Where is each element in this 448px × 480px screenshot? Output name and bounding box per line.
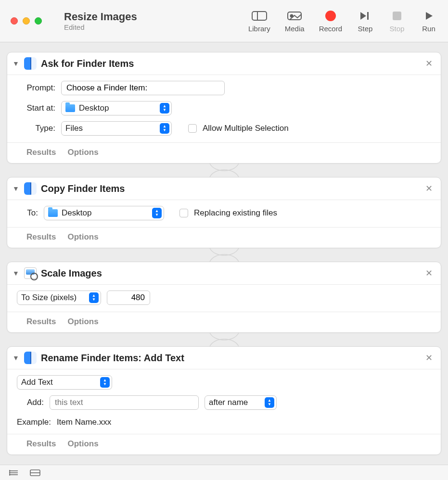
close-window-button[interactable] bbox=[11, 17, 18, 25]
replacing-label: Replacing existing files bbox=[194, 208, 277, 218]
media-icon bbox=[286, 9, 303, 23]
action-title: Rename Finder Items: Add Text bbox=[41, 353, 419, 364]
disclosure-triangle-icon[interactable]: ▼ bbox=[12, 60, 20, 67]
remove-action-button[interactable]: ✕ bbox=[423, 58, 434, 69]
allow-multiple-label: Allow Multiple Selection bbox=[203, 124, 289, 133]
connector bbox=[7, 164, 441, 177]
step-button[interactable]: Step bbox=[357, 9, 374, 33]
folder-icon bbox=[48, 209, 58, 217]
svg-marker-7 bbox=[426, 12, 433, 20]
svg-point-11 bbox=[9, 470, 10, 471]
select-stepper-icon bbox=[152, 208, 162, 218]
prompt-label: Prompt: bbox=[15, 83, 55, 93]
options-button[interactable]: Options bbox=[67, 317, 98, 327]
svg-rect-6 bbox=[393, 12, 401, 20]
results-button[interactable]: Results bbox=[26, 232, 56, 242]
options-button[interactable]: Options bbox=[67, 439, 98, 449]
to-label: To: bbox=[15, 208, 38, 218]
example-value: Item Name.xxx bbox=[57, 417, 111, 427]
prompt-input[interactable] bbox=[61, 81, 225, 95]
variables-view-button[interactable] bbox=[30, 469, 40, 477]
select-stepper-icon bbox=[160, 103, 169, 114]
window-controls bbox=[11, 17, 42, 25]
disclosure-triangle-icon[interactable]: ▼ bbox=[12, 354, 20, 362]
finder-icon bbox=[24, 57, 37, 70]
record-icon bbox=[322, 9, 339, 23]
options-button[interactable]: Options bbox=[67, 232, 98, 242]
svg-point-13 bbox=[9, 474, 10, 475]
record-button[interactable]: Record bbox=[319, 9, 342, 33]
remove-action-button[interactable]: ✕ bbox=[423, 353, 434, 363]
library-button[interactable]: Library bbox=[248, 9, 270, 33]
connector bbox=[7, 248, 441, 262]
svg-rect-0 bbox=[252, 12, 267, 20]
start-at-select[interactable]: Desktop bbox=[61, 101, 172, 115]
results-button[interactable]: Results bbox=[26, 148, 56, 157]
options-button[interactable]: Options bbox=[67, 148, 98, 157]
start-at-label: Start at: bbox=[15, 103, 55, 113]
add-text-input[interactable] bbox=[50, 395, 199, 410]
allow-multiple-checkbox[interactable] bbox=[188, 124, 197, 133]
example-label: Example: bbox=[17, 417, 51, 427]
svg-point-12 bbox=[9, 472, 10, 473]
results-button[interactable]: Results bbox=[26, 439, 56, 449]
scale-mode-select[interactable]: To Size (pixels) bbox=[17, 291, 101, 305]
select-stepper-icon bbox=[265, 397, 274, 408]
folder-icon bbox=[65, 104, 75, 112]
add-text-label: Add: bbox=[15, 398, 44, 407]
action-title: Scale Images bbox=[41, 268, 419, 279]
action-header[interactable]: ▼ Copy Finder Items ✕ bbox=[7, 177, 441, 200]
svg-rect-5 bbox=[367, 12, 369, 20]
remove-action-button[interactable]: ✕ bbox=[423, 183, 434, 194]
toolbar: Library Media Record bbox=[248, 9, 437, 33]
select-stepper-icon bbox=[100, 377, 110, 388]
connector bbox=[7, 333, 441, 346]
replacing-checkbox[interactable] bbox=[179, 209, 188, 217]
preview-icon bbox=[24, 267, 37, 279]
titlebar: Resize Images Edited Library Media bbox=[0, 0, 448, 42]
disclosure-triangle-icon[interactable]: ▼ bbox=[12, 269, 20, 277]
action-header[interactable]: ▼ Ask for Finder Items ✕ bbox=[7, 52, 441, 75]
finder-icon bbox=[24, 352, 37, 364]
stop-icon bbox=[388, 9, 406, 23]
action-scale-images: ▼ Scale Images ✕ To Size (pixels) Result… bbox=[7, 262, 441, 333]
action-header[interactable]: ▼ Scale Images ✕ bbox=[7, 262, 441, 285]
disclosure-triangle-icon[interactable]: ▼ bbox=[12, 185, 20, 192]
results-button[interactable]: Results bbox=[26, 317, 56, 327]
run-button[interactable]: Run bbox=[420, 9, 437, 33]
finder-icon bbox=[24, 182, 37, 195]
workflow-area: ▼ Ask for Finder Items ✕ Prompt: Start a… bbox=[0, 42, 448, 455]
action-title: Copy Finder Items bbox=[41, 183, 419, 194]
action-header[interactable]: ▼ Rename Finder Items: Add Text ✕ bbox=[7, 347, 441, 369]
stop-button[interactable]: Stop bbox=[388, 9, 406, 33]
log-view-button[interactable] bbox=[9, 469, 19, 477]
type-select[interactable]: Files bbox=[61, 121, 172, 136]
scale-size-input[interactable] bbox=[107, 291, 150, 305]
document-subtitle: Edited bbox=[64, 23, 137, 31]
media-button[interactable]: Media bbox=[285, 9, 305, 33]
type-label: Type: bbox=[15, 124, 55, 133]
action-title: Ask for Finder Items bbox=[41, 58, 419, 69]
remove-action-button[interactable]: ✕ bbox=[423, 268, 434, 278]
svg-marker-4 bbox=[360, 12, 366, 20]
action-rename-finder-items: ▼ Rename Finder Items: Add Text ✕ Add Te… bbox=[7, 346, 441, 455]
step-icon bbox=[357, 9, 374, 23]
select-stepper-icon bbox=[160, 123, 169, 134]
action-ask-for-finder-items: ▼ Ask for Finder Items ✕ Prompt: Start a… bbox=[7, 52, 441, 164]
to-select[interactable]: Desktop bbox=[44, 206, 164, 220]
run-icon bbox=[420, 9, 437, 23]
zoom-window-button[interactable] bbox=[35, 17, 42, 25]
library-icon bbox=[251, 9, 268, 23]
document-title: Resize Images bbox=[64, 11, 137, 23]
statusbar bbox=[0, 465, 448, 480]
position-select[interactable]: after name bbox=[205, 395, 277, 410]
title-block: Resize Images Edited bbox=[64, 11, 137, 31]
action-copy-finder-items: ▼ Copy Finder Items ✕ To: Desktop Replac… bbox=[7, 177, 441, 248]
minimize-window-button[interactable] bbox=[23, 17, 30, 25]
select-stepper-icon bbox=[89, 292, 99, 303]
rename-mode-select[interactable]: Add Text bbox=[17, 375, 112, 390]
